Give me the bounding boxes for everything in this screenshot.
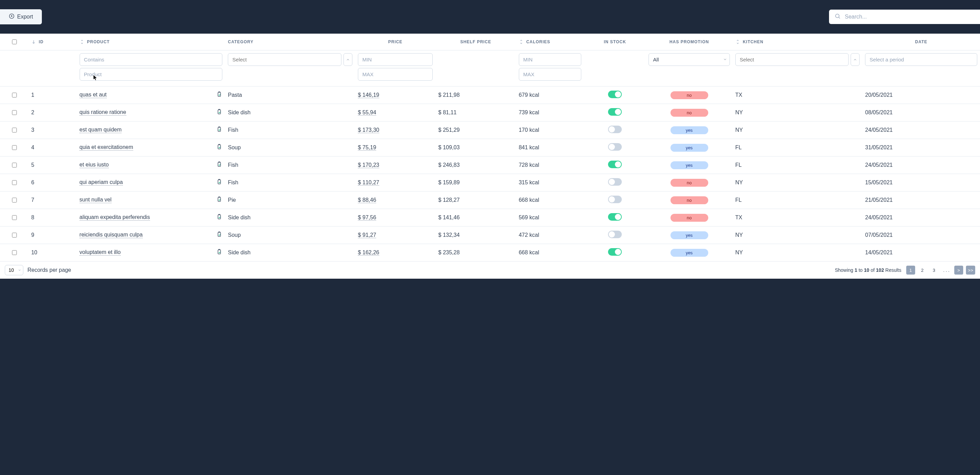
filter-kitchen[interactable] bbox=[735, 53, 849, 66]
table-row: 2quis ratione rationeSide dish$ 55,94$ 8… bbox=[0, 104, 980, 121]
cell-calories: 739 kcal bbox=[516, 104, 584, 121]
table-row: 7sunt nulla velPie$ 88,46$ 128,27668 kca… bbox=[0, 191, 980, 209]
in-stock-toggle[interactable] bbox=[608, 161, 622, 168]
filter-contains[interactable] bbox=[80, 53, 223, 66]
in-stock-toggle[interactable] bbox=[608, 213, 622, 221]
col-product[interactable]: PRODUCT bbox=[77, 33, 226, 51]
table-row: 6qui aperiam culpaFish$ 110,27$ 159,8931… bbox=[0, 174, 980, 191]
clipboard-check-icon[interactable] bbox=[216, 91, 222, 99]
in-stock-toggle[interactable] bbox=[608, 248, 622, 256]
clipboard-check-icon[interactable] bbox=[216, 109, 222, 116]
promotion-badge: no bbox=[670, 214, 708, 222]
product-link[interactable]: quis ratione ratione bbox=[80, 109, 126, 116]
cell-calories: 668 kcal bbox=[516, 244, 584, 261]
search-box[interactable] bbox=[829, 10, 980, 24]
cell-category: Side dish bbox=[225, 209, 355, 226]
page-3-button[interactable]: 3 bbox=[929, 266, 939, 274]
clipboard-check-icon[interactable] bbox=[216, 231, 222, 239]
product-link[interactable]: et eius iusto bbox=[80, 161, 109, 168]
clipboard-check-icon[interactable] bbox=[216, 179, 222, 186]
cell-id: 8 bbox=[29, 209, 77, 226]
pagination: Showing 1 to 10 of 102 Results 1 2 3 . .… bbox=[835, 266, 975, 274]
promotion-badge: no bbox=[670, 91, 708, 99]
chevron-up-icon[interactable] bbox=[344, 53, 352, 66]
in-stock-toggle[interactable] bbox=[608, 231, 622, 238]
row-checkbox[interactable] bbox=[12, 198, 17, 202]
row-checkbox[interactable] bbox=[12, 250, 17, 255]
cell-date: 24/05/2021 bbox=[862, 209, 980, 226]
col-kitchen[interactable]: KITCHEN bbox=[733, 33, 863, 51]
table-row: 5et eius iustoFish$ 170,23$ 246,83728 kc… bbox=[0, 156, 980, 174]
col-id[interactable]: ID bbox=[29, 33, 77, 51]
select-all-checkbox[interactable] bbox=[12, 40, 17, 44]
search-input[interactable] bbox=[844, 13, 975, 20]
cell-shelf-price: $ 141,46 bbox=[436, 209, 516, 226]
product-link[interactable]: aliquam expedita perferendis bbox=[80, 214, 150, 221]
last-page-button[interactable]: >> bbox=[966, 266, 975, 274]
page-1-button[interactable]: 1 bbox=[906, 266, 915, 274]
row-checkbox[interactable] bbox=[12, 233, 17, 238]
clipboard-check-icon[interactable] bbox=[216, 144, 222, 151]
sort-icon bbox=[735, 40, 740, 44]
per-page-label: Records per page bbox=[27, 267, 71, 273]
product-link[interactable]: qui aperiam culpa bbox=[80, 179, 123, 186]
filter-promotion[interactable]: All bbox=[649, 53, 730, 66]
cell-kitchen: FL bbox=[733, 139, 863, 156]
row-checkbox[interactable] bbox=[12, 128, 17, 132]
export-button[interactable]: Export bbox=[0, 9, 42, 24]
in-stock-toggle[interactable] bbox=[608, 126, 622, 133]
col-calories[interactable]: CALORIES bbox=[516, 33, 584, 51]
in-stock-toggle[interactable] bbox=[608, 143, 622, 151]
in-stock-toggle[interactable] bbox=[608, 91, 622, 98]
promotion-badge: yes bbox=[670, 144, 708, 152]
product-link[interactable]: quas et aut bbox=[80, 91, 107, 98]
clipboard-check-icon[interactable] bbox=[216, 126, 222, 134]
filter-category[interactable] bbox=[228, 53, 341, 66]
cell-id: 10 bbox=[29, 244, 77, 261]
table-row: 4quia et exercitationemSoup$ 75,19$ 109,… bbox=[0, 139, 980, 156]
cell-calories: 170 kcal bbox=[516, 121, 584, 139]
chevron-up-icon[interactable] bbox=[851, 53, 859, 66]
in-stock-toggle[interactable] bbox=[608, 196, 622, 203]
product-link[interactable]: est quam quidem bbox=[80, 126, 122, 133]
filter-price-max[interactable] bbox=[358, 68, 433, 81]
next-page-button[interactable]: > bbox=[954, 266, 963, 274]
in-stock-toggle[interactable] bbox=[608, 178, 622, 186]
product-link[interactable]: voluptatem et illo bbox=[80, 249, 121, 256]
clipboard-check-icon[interactable] bbox=[216, 249, 222, 257]
product-link[interactable]: quia et exercitationem bbox=[80, 144, 134, 151]
filter-calories-min[interactable] bbox=[519, 53, 581, 66]
svg-point-1 bbox=[835, 14, 839, 18]
in-stock-toggle[interactable] bbox=[608, 108, 622, 116]
cell-shelf-price: $ 251,29 bbox=[436, 121, 516, 139]
row-checkbox[interactable] bbox=[12, 180, 17, 185]
filter-product[interactable] bbox=[80, 68, 223, 81]
col-in-stock: IN STOCK bbox=[584, 33, 646, 51]
row-checkbox[interactable] bbox=[12, 92, 17, 97]
filter-date[interactable] bbox=[865, 53, 977, 66]
promotion-badge: yes bbox=[670, 231, 708, 239]
page-2-button[interactable]: 2 bbox=[918, 266, 927, 274]
clipboard-check-icon[interactable] bbox=[216, 196, 222, 204]
filter-price-min[interactable] bbox=[358, 53, 433, 66]
cell-date: 07/05/2021 bbox=[862, 226, 980, 244]
cell-category: Soup bbox=[225, 226, 355, 244]
cell-category: Fish bbox=[225, 156, 355, 174]
row-checkbox[interactable] bbox=[12, 145, 17, 150]
cell-category: Pasta bbox=[225, 86, 355, 104]
filter-calories-max[interactable] bbox=[519, 68, 581, 81]
download-icon bbox=[9, 13, 14, 20]
bottom-bar bbox=[0, 279, 980, 306]
promotion-badge: yes bbox=[670, 126, 708, 134]
clipboard-check-icon[interactable] bbox=[216, 161, 222, 169]
cell-shelf-price: $ 159,89 bbox=[436, 174, 516, 191]
col-promotion: HAS PROMOTION bbox=[646, 33, 732, 51]
cell-price: $ 146,19 bbox=[355, 86, 436, 104]
row-checkbox[interactable] bbox=[12, 215, 17, 220]
row-checkbox[interactable] bbox=[12, 110, 17, 115]
product-link[interactable]: reiciendis quisquam culpa bbox=[80, 231, 143, 238]
row-checkbox[interactable] bbox=[12, 163, 17, 167]
clipboard-check-icon[interactable] bbox=[216, 214, 222, 222]
product-link[interactable]: sunt nulla vel bbox=[80, 196, 111, 203]
per-page-select[interactable]: 10 bbox=[5, 265, 23, 275]
